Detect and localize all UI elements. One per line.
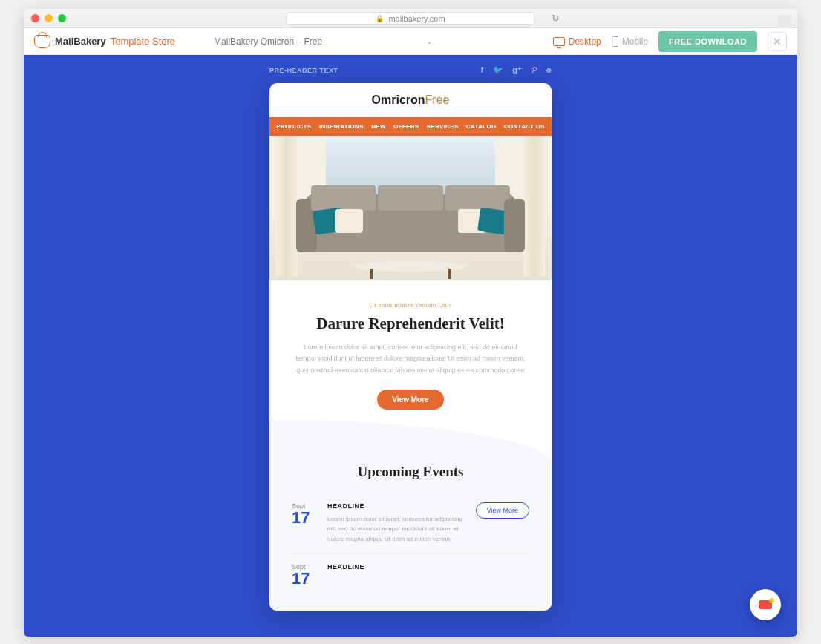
nav-new[interactable]: NEW: [371, 123, 386, 130]
hero-pillow: [477, 208, 508, 235]
close-window-icon[interactable]: [31, 14, 39, 22]
content-block: Ut enim minim Veniam Quis Darure Reprehe…: [269, 280, 552, 435]
pinterest-icon[interactable]: 𝓟: [531, 65, 537, 75]
event-body: HEADLINE Lorem ipsum dolor sit amet, con…: [327, 502, 465, 545]
event-day: 17: [292, 571, 317, 587]
facebook-icon[interactable]: f: [481, 65, 484, 75]
events-section: Upcoming Events Sept 17 HEADLINE Lorem i…: [269, 464, 552, 611]
preheader-row: PRE-HEADER TEXT f 🐦 g⁺ 𝓟 ⌾: [269, 65, 552, 75]
hero-couch: [307, 194, 514, 252]
hero-pillow: [335, 209, 363, 233]
eyebrow-text: Ut enim minim Veniam Quis: [295, 301, 526, 309]
social-icons: f 🐦 g⁺ 𝓟 ⌾: [481, 65, 552, 75]
brand-logo-group[interactable]: MailBakery Template Store: [34, 35, 175, 48]
template-name: MailBakery Omicron – Free: [214, 36, 322, 47]
maximize-window-icon[interactable]: [58, 14, 66, 22]
mobile-label: Mobile: [622, 36, 648, 47]
nav-contact[interactable]: CONTACT US: [504, 123, 545, 130]
google-plus-icon[interactable]: g⁺: [512, 65, 523, 75]
body-text: Lorem ipsum dolor sit amet, consectetur …: [295, 342, 526, 376]
event-body: HEADLINE: [327, 563, 529, 587]
nav-inspirations[interactable]: INSPIRATIONS: [319, 123, 364, 130]
preheader-text: PRE-HEADER TEXT: [269, 67, 338, 74]
hero-curtain-right: [523, 136, 546, 277]
instagram-icon[interactable]: ⌾: [546, 65, 552, 75]
toolbar-right: Desktop Mobile FREE DOWNLOAD ✕: [553, 31, 787, 52]
preview-viewport: PRE-HEADER TEXT f 🐦 g⁺ 𝓟 ⌾ OmricronFree …: [24, 55, 797, 637]
hero-curtain-left: [275, 136, 298, 277]
email-brand-b: Free: [425, 93, 450, 106]
mobile-view-toggle[interactable]: Mobile: [612, 36, 648, 47]
email-template: OmricronFree PRODUCTS INSPIRATIONS NEW O…: [269, 83, 552, 611]
desktop-label: Desktop: [569, 36, 601, 47]
event-headline: HEADLINE: [327, 502, 465, 510]
hero-cushions: [311, 185, 510, 211]
nav-services[interactable]: SERVICES: [427, 123, 459, 130]
email-brand: OmricronFree: [269, 83, 552, 117]
nav-catalog[interactable]: CATALOG: [466, 123, 496, 130]
free-download-button[interactable]: FREE DOWNLOAD: [658, 31, 757, 52]
window-corner: [778, 15, 791, 28]
hero-image: [269, 136, 552, 280]
reload-icon[interactable]: ↻: [552, 13, 560, 24]
window-titlebar: 🔒 mailbakery.com ↻: [24, 9, 797, 28]
events-title: Upcoming Events: [292, 464, 529, 480]
email-nav: PRODUCTS INSPIRATIONS NEW OFFERS SERVICE…: [269, 117, 552, 136]
browser-window: 🔒 mailbakery.com ↻ MailBakery Template S…: [24, 9, 797, 637]
traffic-lights: [31, 14, 66, 22]
hero-table: [355, 261, 466, 272]
desktop-icon: [553, 37, 565, 46]
url-text: mailbakery.com: [388, 14, 445, 23]
template-selector[interactable]: MailBakery Omicron – Free ⌄: [214, 36, 432, 47]
email-brand-a: Omricron: [372, 93, 425, 106]
event-headline: HEADLINE: [327, 563, 529, 571]
event-item: Sept 17 HEADLINE Lorem ipsum dolor sit a…: [292, 493, 529, 554]
chat-fab[interactable]: [750, 589, 781, 620]
nav-offers[interactable]: OFFERS: [393, 123, 419, 130]
view-more-button[interactable]: View More: [377, 390, 443, 410]
mobile-icon: [612, 36, 618, 47]
chat-icon: [759, 600, 772, 609]
address-bar[interactable]: 🔒 mailbakery.com: [286, 12, 534, 25]
chevron-down-icon: ⌄: [426, 37, 432, 45]
app-toolbar: MailBakery Template Store MailBakery Omi…: [24, 28, 797, 55]
close-panel-button[interactable]: ✕: [768, 32, 787, 51]
event-view-more-button[interactable]: View More: [476, 502, 529, 519]
event-date: Sept 17: [292, 502, 317, 545]
twitter-icon[interactable]: 🐦: [493, 65, 504, 75]
headline-text: Darure Reprehenderit Velit!: [295, 315, 526, 333]
event-text: Lorem ipsum dolor sit amet, consectetur …: [327, 514, 465, 545]
event-day: 17: [292, 510, 317, 526]
nav-products[interactable]: PRODUCTS: [276, 123, 311, 130]
lock-icon: 🔒: [376, 15, 384, 22]
minimize-window-icon[interactable]: [45, 14, 53, 22]
brand-sub: Template Store: [111, 36, 175, 47]
event-item: Sept 17 HEADLINE: [292, 554, 529, 596]
event-date: Sept 17: [292, 563, 317, 587]
brand-name: MailBakery: [55, 36, 106, 47]
chef-hat-icon: [34, 35, 50, 48]
desktop-view-toggle[interactable]: Desktop: [553, 36, 601, 47]
